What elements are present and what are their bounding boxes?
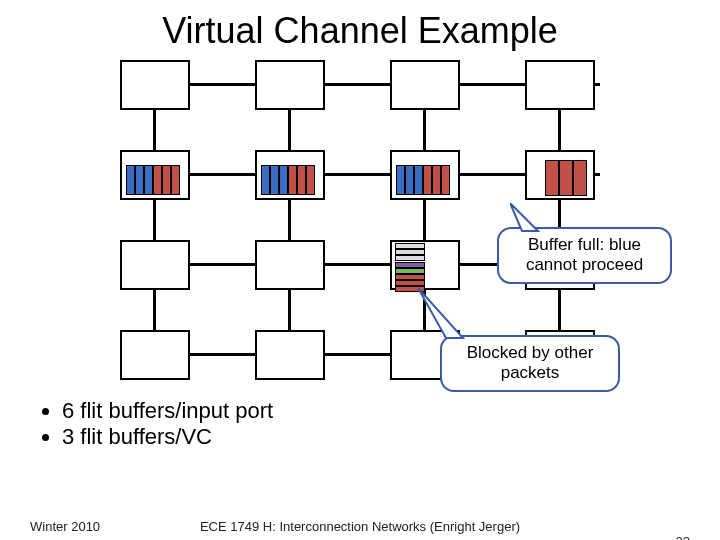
router-node — [120, 240, 190, 290]
router-node — [255, 240, 325, 290]
flit-buffer — [395, 243, 425, 261]
flit-buffer — [261, 165, 315, 195]
router-node — [120, 330, 190, 380]
router-node — [255, 60, 325, 110]
svg-marker-1 — [418, 288, 463, 338]
router-node — [120, 60, 190, 110]
flit-buffer — [545, 160, 587, 196]
callout-tail — [510, 203, 550, 233]
callout-tail — [418, 288, 478, 342]
svg-marker-0 — [510, 203, 538, 231]
router-node — [255, 330, 325, 380]
page-title: Virtual Channel Example — [0, 10, 720, 52]
bullet-item: 6 flit buffers/input port — [62, 398, 720, 424]
callout-blocked: Blocked by other packets — [440, 335, 620, 392]
bullet-list: 6 flit buffers/input port 3 flit buffers… — [40, 398, 720, 450]
footer-right: 22 — [676, 534, 690, 540]
bullet-item: 3 flit buffers/VC — [62, 424, 720, 450]
router-node — [390, 60, 460, 110]
flit-buffer — [126, 165, 180, 195]
footer-center: ECE 1749 H: Interconnection Networks (En… — [0, 519, 720, 534]
footer-left: Winter 2010 — [30, 519, 100, 534]
router-node — [525, 60, 595, 110]
footer: Winter 2010 ECE 1749 H: Interconnection … — [0, 519, 720, 534]
callout-buffer-full: Buffer full: blue cannot proceed — [497, 227, 672, 284]
flit-buffer — [396, 165, 450, 195]
